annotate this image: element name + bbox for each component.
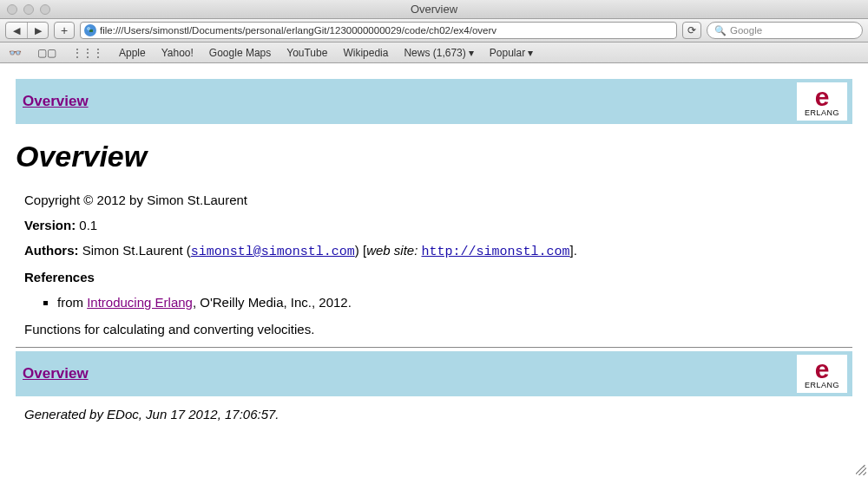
resize-grip[interactable] bbox=[856, 465, 866, 475]
doc-nav-strip-top: Overview e ERLANG bbox=[16, 79, 852, 124]
overview-link-top[interactable]: Overview bbox=[23, 93, 89, 110]
book-icon[interactable]: ▢▢ bbox=[37, 47, 56, 59]
traffic-lights bbox=[0, 4, 50, 15]
close-window-button[interactable] bbox=[7, 4, 17, 15]
reference-item: from Introducing Erlang, O'Reilly Media,… bbox=[57, 295, 852, 310]
bookmark-wikipedia[interactable]: Wikipedia bbox=[343, 47, 388, 59]
reload-button[interactable]: ⟳ bbox=[682, 22, 701, 39]
nav-back-forward: ◀ ▶ bbox=[5, 22, 49, 39]
erlang-logo[interactable]: e ERLANG bbox=[797, 355, 847, 393]
copyright-line: Copyright © 2012 by Simon St.Laurent bbox=[24, 193, 852, 207]
glasses-icon[interactable]: 👓 bbox=[9, 47, 22, 59]
erlang-logo[interactable]: e ERLANG bbox=[797, 82, 847, 121]
window-title: Overview bbox=[0, 3, 868, 16]
zoom-window-button[interactable] bbox=[40, 4, 50, 15]
bookmark-news[interactable]: News (1,673)▾ bbox=[404, 47, 473, 59]
overview-link-bottom[interactable]: Overview bbox=[23, 365, 89, 382]
bookmark-youtube[interactable]: YouTube bbox=[286, 47, 327, 59]
bookmark-google-maps[interactable]: Google Maps bbox=[209, 47, 271, 59]
page-content: Overview e ERLANG Overview Copyright © 2… bbox=[0, 63, 868, 421]
erlang-logo-glyph: e bbox=[815, 86, 830, 108]
search-placeholder: Google bbox=[730, 25, 762, 36]
minimize-window-button[interactable] bbox=[23, 4, 34, 15]
url-text: file:///Users/simonstl/Documents/persona… bbox=[100, 25, 673, 36]
site-icon bbox=[84, 24, 96, 36]
bookmarks-bar: 👓 ▢▢ ⋮⋮⋮ Apple Yahoo! Google Maps YouTub… bbox=[0, 42, 868, 63]
page-title: Overview bbox=[16, 140, 852, 173]
add-bookmark-button[interactable]: + bbox=[54, 22, 75, 39]
search-field[interactable]: 🔍 Google bbox=[707, 22, 863, 39]
window-titlebar: Overview bbox=[0, 0, 868, 19]
version-line: Version: 0.1 bbox=[24, 218, 852, 232]
url-bar[interactable]: file:///Users/simonstl/Documents/persona… bbox=[80, 22, 677, 39]
erlang-logo-glyph: e bbox=[815, 358, 830, 381]
reference-link[interactable]: Introducing Erlang bbox=[87, 295, 193, 310]
doc-body: Copyright © 2012 by Simon St.Laurent Ver… bbox=[16, 193, 852, 337]
generated-by-line: Generated by EDoc, Jun 17 2012, 17:06:57… bbox=[16, 407, 852, 421]
separator bbox=[16, 347, 852, 348]
browser-toolbar: ◀ ▶ + file:///Users/simonstl/Documents/p… bbox=[0, 19, 868, 42]
bookmark-popular[interactable]: Popular▾ bbox=[490, 47, 533, 59]
references-heading: References bbox=[24, 270, 852, 284]
author-website-link[interactable]: http://simonstl.com bbox=[422, 245, 570, 259]
search-icon: 🔍 bbox=[714, 25, 727, 36]
bookmark-apple[interactable]: Apple bbox=[119, 47, 146, 59]
doc-nav-strip-bottom: Overview e ERLANG bbox=[16, 351, 852, 396]
author-email-link[interactable]: simonstl@simonstl.com bbox=[191, 245, 355, 259]
forward-button[interactable]: ▶ bbox=[27, 23, 48, 38]
authors-line: Authors: Simon St.Laurent (simonstl@simo… bbox=[24, 243, 852, 259]
bookmark-yahoo[interactable]: Yahoo! bbox=[161, 47, 194, 59]
back-button[interactable]: ◀ bbox=[6, 23, 27, 38]
chevron-down-icon: ▾ bbox=[528, 47, 533, 59]
grid-icon[interactable]: ⋮⋮⋮ bbox=[72, 47, 103, 59]
chevron-down-icon: ▾ bbox=[469, 47, 474, 59]
references-list: from Introducing Erlang, O'Reilly Media,… bbox=[24, 295, 852, 310]
description-line: Functions for calculating and converting… bbox=[24, 322, 852, 337]
